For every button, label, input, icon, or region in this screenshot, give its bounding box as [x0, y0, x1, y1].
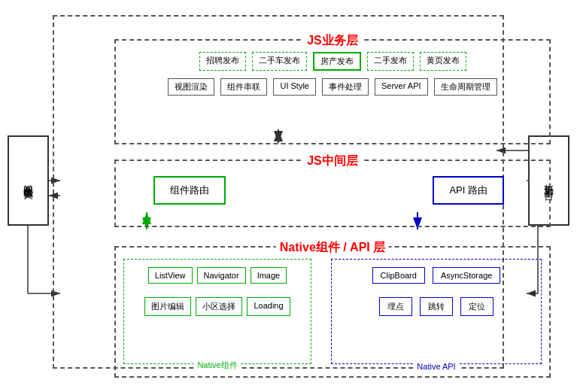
js-middle-title: JS中间层 [303, 153, 362, 169]
api-row2: 埋点 跳转 定位 [336, 297, 537, 316]
api-clipboard: ClipBoard [372, 267, 425, 284]
native-navigator: Navigator [197, 267, 246, 284]
biz-item-event-handle: 事件处理 [322, 78, 369, 96]
biz-item-server-api: Server API [375, 78, 428, 96]
api-route-box: API 路由 [433, 176, 504, 205]
api-tracker: 埋点 [379, 297, 412, 316]
biz-item-yellow-page: 黄页发布 [420, 52, 466, 71]
js-business-layer: JS业务层 招聘发布 二手车发布 房产发布 二手发布 黄页发布 视图渲染 组件串… [114, 39, 551, 144]
biz-item-lifecycle: 生命周期管理 [434, 78, 497, 96]
biz-item-property: 房产发布 [313, 52, 361, 71]
api-asyncstorage: AsyncStorage [433, 267, 500, 284]
component-route-label: 组件路由 [170, 184, 209, 196]
native-api-label: Native API [413, 362, 459, 371]
native-row2: 图片编辑 小区选择 Loading [128, 297, 307, 316]
main-box: JS业务层 招聘发布 二手车发布 房产发布 二手发布 黄页发布 视图渲染 组件串… [53, 15, 504, 369]
biz-row2: 视图渲染 组件串联 UI Style 事件处理 Server API 生命周期管… [123, 78, 542, 96]
biz-item-recruit: 招聘发布 [199, 52, 246, 71]
native-component-label: Native组件 [193, 360, 241, 371]
biz-row1: 招聘发布 二手车发布 房产发布 二手发布 黄页发布 [123, 52, 542, 71]
component-route-box: 组件路由 [153, 176, 226, 205]
left-box-label: 视图载体页 [21, 177, 35, 184]
native-component-box: ListView Navigator Image 图片编辑 小区选择 Loadi… [123, 259, 311, 364]
native-district-select: 小区选择 [196, 297, 242, 316]
native-photo-edit: 图片编辑 [144, 297, 191, 316]
native-loading: Loading [247, 297, 290, 316]
api-location: 定位 [460, 297, 493, 316]
api-jump: 跳转 [420, 297, 453, 316]
biz-item-view-render: 视图渲染 [168, 78, 214, 96]
biz-item-used: 二手发布 [367, 52, 414, 71]
native-api-box: ClipBoard AsyncStorage 埋点 跳转 定位 Native A… [331, 259, 542, 364]
js-middle-layer: JS中间层 组件路由 API 路由 [114, 160, 551, 227]
native-layer: Native组件 / API 层 ListView Navigator Imag… [114, 246, 551, 378]
api-row1: ClipBoard AsyncStorage [336, 267, 537, 284]
native-listview: ListView [148, 267, 193, 284]
native-image: Image [251, 267, 287, 284]
biz-item-used-car: 二手车发布 [252, 52, 307, 71]
left-box: 视图载体页 [8, 135, 49, 226]
biz-item-component-chain: 组件串联 [220, 78, 267, 96]
native-row1: ListView Navigator Image [128, 267, 307, 284]
api-route-label: API 路由 [449, 184, 487, 196]
biz-item-ui-style: UI Style [273, 78, 316, 96]
native-title: Native组件 / API 层 [276, 240, 389, 256]
js-business-title: JS业务层 [303, 33, 362, 49]
